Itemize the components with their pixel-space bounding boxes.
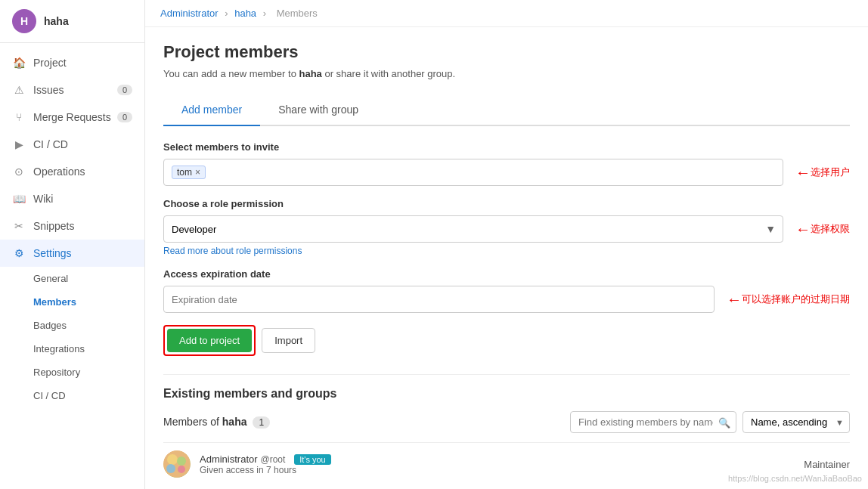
expiry-input[interactable] — [163, 286, 715, 313]
snippets-icon: ✂ — [12, 219, 26, 233]
select-members-section: Select members to invite tom × ← 选择用户 — [163, 141, 850, 186]
form-actions: Add to project Import — [163, 325, 850, 356]
role-permissions-link[interactable]: Read more about role permissions — [163, 246, 302, 256]
sidebar-item-wiki[interactable]: 📖 Wiki — [0, 185, 144, 212]
role-select[interactable]: Developer — [163, 215, 783, 243]
svg-point-4 — [178, 466, 185, 473]
search-input-wrapper: 🔍 — [570, 411, 736, 433]
its-you-badge: It's you — [294, 454, 331, 465]
breadcrumb-sep1: › — [225, 8, 228, 19]
svg-point-2 — [177, 457, 186, 466]
existing-section-title: Existing members and groups — [163, 387, 850, 401]
sidebar-item-label: CI / CD — [33, 138, 68, 150]
svg-point-0 — [163, 450, 191, 478]
watermark: https://blog.csdn.net/WanJiaBaoBao — [728, 474, 862, 483]
sidebar-sub-badges[interactable]: Badges — [0, 314, 144, 337]
project-icon: 🏠 — [12, 56, 26, 70]
breadcrumb-sep2: › — [263, 8, 266, 19]
members-of-label: Members of haha 1 — [163, 416, 270, 429]
sidebar-nav: 🏠 Project ⚠ Issues 0 ⑂ Merge Requests 0 … — [0, 43, 144, 413]
annotation-select-role: ← 选择权限 — [795, 221, 850, 238]
svg-point-1 — [167, 454, 178, 465]
wiki-icon: 📖 — [12, 192, 26, 206]
page-description: You can add a new member to haha or shar… — [163, 68, 850, 79]
operations-icon: ⊙ — [12, 165, 26, 178]
settings-icon: ⚙ — [12, 246, 26, 260]
tab-add-member[interactable]: Add member — [163, 94, 260, 126]
sidebar-item-ci-cd[interactable]: ▶ CI / CD — [0, 131, 144, 158]
member-access: Given access in 7 hours — [200, 465, 804, 475]
sidebar-item-issues[interactable]: ⚠ Issues 0 — [0, 76, 144, 104]
sidebar-item-project[interactable]: 🏠 Project — [0, 49, 144, 76]
sidebar-item-label: Project — [33, 57, 67, 69]
add-to-project-button[interactable]: Add to project — [167, 329, 252, 352]
sidebar-item-snippets[interactable]: ✂ Snippets — [0, 212, 144, 240]
sidebar-sub-repository[interactable]: Repository — [0, 361, 144, 384]
sidebar-item-merge-requests[interactable]: ⑂ Merge Requests 0 — [0, 104, 144, 131]
sidebar-item-label: Operations — [33, 166, 85, 178]
search-icon: 🔍 — [718, 416, 730, 428]
breadcrumb-admin[interactable]: Administrator — [160, 8, 219, 19]
sidebar-username: haha — [44, 15, 69, 27]
main-content: Administrator › haha › Members Project m… — [145, 0, 868, 489]
issues-icon: ⚠ — [12, 83, 26, 97]
sidebar-item-settings[interactable]: ⚙ Settings — [0, 240, 144, 267]
annotation-select-user: ← 选择用户 — [795, 164, 850, 181]
select-members-label: Select members to invite — [163, 141, 850, 153]
sidebar-header: H haha — [0, 0, 144, 43]
search-sort-wrapper: 🔍 Name, ascending ▼ — [570, 411, 850, 433]
sidebar-item-label: Wiki — [33, 193, 53, 205]
member-name-row: Administrator @root It's you — [200, 453, 804, 465]
issues-badge: 0 — [117, 85, 132, 95]
members-count: 1 — [253, 416, 270, 429]
members-list-header: Members of haha 1 🔍 Name, ascending ▼ — [163, 411, 850, 433]
existing-members-section: Existing members and groups Members of h… — [163, 374, 850, 485]
add-member-form: Select members to invite tom × ← 选择用户 — [163, 141, 850, 356]
tag-text: tom — [177, 167, 192, 178]
sidebar-sub-general[interactable]: General — [0, 267, 144, 290]
role-label: Choose a role permission — [163, 198, 850, 209]
member-tag: tom × — [172, 166, 206, 179]
sidebar-item-label: Settings — [33, 247, 72, 259]
tab-share-with-group[interactable]: Share with group — [260, 94, 377, 126]
sidebar: H haha 🏠 Project ⚠ Issues 0 ⑂ Merge Requ… — [0, 0, 145, 489]
sidebar-item-operations[interactable]: ⊙ Operations — [0, 158, 144, 185]
sidebar-item-label: Merge Requests — [33, 111, 111, 123]
sort-select[interactable]: Name, ascending — [742, 411, 850, 433]
expiry-label: Access expiration date — [163, 268, 850, 280]
member-handle: @root — [260, 454, 285, 465]
annotation-expiry: ← 可以选择账户的过期日期 — [727, 291, 850, 308]
merge-icon: ⑂ — [12, 110, 26, 124]
merge-badge: 0 — [117, 112, 132, 122]
tag-remove-btn[interactable]: × — [195, 167, 200, 178]
import-button[interactable]: Import — [262, 328, 315, 353]
sort-select-wrapper: Name, ascending ▼ — [742, 411, 850, 433]
tabs: Add member Share with group — [163, 94, 850, 126]
member-info: Administrator @root It's you Given acces… — [200, 453, 804, 475]
search-input[interactable] — [570, 411, 736, 433]
page-title: Project members — [163, 42, 850, 62]
breadcrumb: Administrator › haha › Members — [145, 0, 868, 27]
member-name: Administrator — [200, 453, 258, 465]
svg-point-3 — [166, 464, 175, 473]
sidebar-item-label: Snippets — [33, 220, 74, 232]
avatar — [163, 450, 191, 478]
breadcrumb-current: Members — [277, 8, 318, 19]
sidebar-sub-integrations[interactable]: Integrations — [0, 337, 144, 361]
sidebar-sub-members[interactable]: Members — [0, 290, 144, 314]
content-area: Project members You can add a new member… — [145, 27, 868, 489]
member-role: Maintainer — [804, 459, 850, 470]
members-input[interactable]: tom × — [163, 159, 783, 186]
avatar-img — [163, 450, 191, 478]
sidebar-item-label: Issues — [33, 84, 64, 96]
breadcrumb-project[interactable]: haha — [234, 8, 256, 19]
expiry-section: Access expiration date ← 可以选择账户的过期日期 — [163, 268, 850, 313]
avatar: H — [12, 9, 36, 33]
cicd-icon: ▶ — [12, 138, 26, 151]
sidebar-sub-cicd[interactable]: CI / CD — [0, 384, 144, 407]
role-section: Choose a role permission Developer ▼ ← 选… — [163, 198, 850, 256]
